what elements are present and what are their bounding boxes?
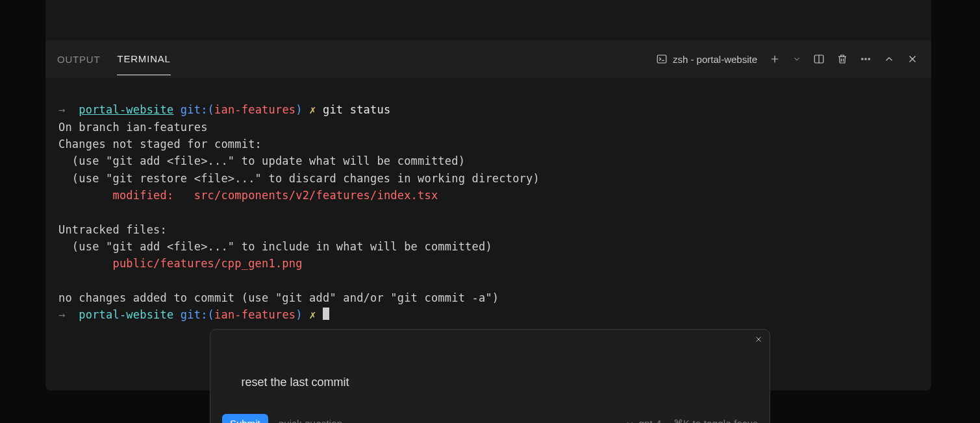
ellipsis-icon <box>860 53 872 65</box>
prompt-arrow: → <box>58 103 65 116</box>
close-panel-button[interactable] <box>907 53 918 65</box>
svg-point-2 <box>862 58 863 60</box>
prompt-project: portal-website <box>79 103 173 116</box>
ai-prompt-input[interactable] <box>242 376 777 389</box>
prompt-dirty: ✗ <box>309 308 316 321</box>
split-icon <box>813 53 825 65</box>
ai-prompt-popup: Submit quick question gpt-4 ⌘K to toggle… <box>210 329 770 423</box>
kill-terminal-button[interactable] <box>836 53 848 65</box>
split-terminal-button[interactable] <box>813 53 825 65</box>
output-line: (use "git add <file>..." to update what … <box>58 154 465 167</box>
prompt-branch: ian-features <box>214 308 295 321</box>
close-icon <box>907 53 918 65</box>
terminal-cursor <box>323 308 329 320</box>
prompt-git-suffix: ) <box>295 308 302 321</box>
shortcut-hint: ⌘K to toggle focus <box>673 416 758 423</box>
shell-label-text: zsh - portal-website <box>673 54 757 65</box>
output-line: On branch ian-features <box>58 121 208 134</box>
popup-close-button[interactable] <box>754 335 763 344</box>
output-modified-label: modified: <box>58 189 194 202</box>
tab-terminal[interactable]: TERMINAL <box>117 43 170 75</box>
new-terminal-button[interactable] <box>769 53 781 65</box>
panel-header: OUTPUT TERMINAL zsh - portal-website <box>45 40 931 78</box>
terminal-panel: OUTPUT TERMINAL zsh - portal-website <box>45 0 931 391</box>
output-untracked-file: public/features/cpp_gen1.png <box>58 257 303 270</box>
popup-left: Submit quick question <box>222 414 342 423</box>
prompt-arrow: → <box>58 308 65 321</box>
svg-rect-0 <box>657 55 666 63</box>
new-terminal-dropdown[interactable] <box>792 54 801 64</box>
prompt-project: portal-website <box>79 308 173 321</box>
output-modified-file: src/components/v2/features/index.tsx <box>194 189 438 202</box>
panel-tabs: OUTPUT TERMINAL <box>57 43 171 75</box>
output-line: no changes added to commit (use "git add… <box>58 291 499 304</box>
prompt-git-prefix: git:( <box>181 103 214 116</box>
trash-icon <box>836 53 848 65</box>
chevron-down-icon <box>792 54 801 64</box>
output-line: (use "git restore <file>..." to discard … <box>58 172 540 185</box>
submit-button[interactable]: Submit <box>222 414 268 423</box>
popup-right: gpt-4 ⌘K to toggle focus <box>625 416 758 423</box>
tab-output[interactable]: OUTPUT <box>57 43 100 75</box>
terminal-icon <box>656 53 668 65</box>
svg-point-4 <box>868 58 870 60</box>
output-line: (use "git add <file>..." to include in w… <box>58 240 492 253</box>
popup-bottom-row: Submit quick question gpt-4 ⌘K to toggle… <box>222 414 758 423</box>
quick-question-hint[interactable]: quick question <box>279 416 343 423</box>
chevron-up-icon <box>883 53 895 65</box>
prompt-command: git status <box>323 103 390 116</box>
output-line: Untracked files: <box>58 223 167 236</box>
output-line: Changes not staged for commit: <box>58 138 262 151</box>
panel-actions: zsh - portal-website <box>656 53 918 65</box>
terminal-output[interactable]: → portal-website git:(ian-features) ✗ gi… <box>45 78 931 391</box>
plus-icon <box>769 53 781 65</box>
prompt-dirty: ✗ <box>309 103 316 116</box>
shell-indicator[interactable]: zsh - portal-website <box>656 53 757 65</box>
model-name: gpt-4 <box>638 416 661 423</box>
more-actions-button[interactable] <box>860 53 872 65</box>
chevron-down-icon <box>625 419 634 423</box>
svg-point-3 <box>865 58 866 60</box>
close-icon <box>754 335 763 344</box>
prompt-git-suffix: ) <box>295 103 302 116</box>
prompt-git-prefix: git:( <box>181 308 214 321</box>
maximize-panel-button[interactable] <box>883 53 895 65</box>
model-selector[interactable]: gpt-4 <box>625 416 661 423</box>
prompt-branch: ian-features <box>214 103 295 116</box>
